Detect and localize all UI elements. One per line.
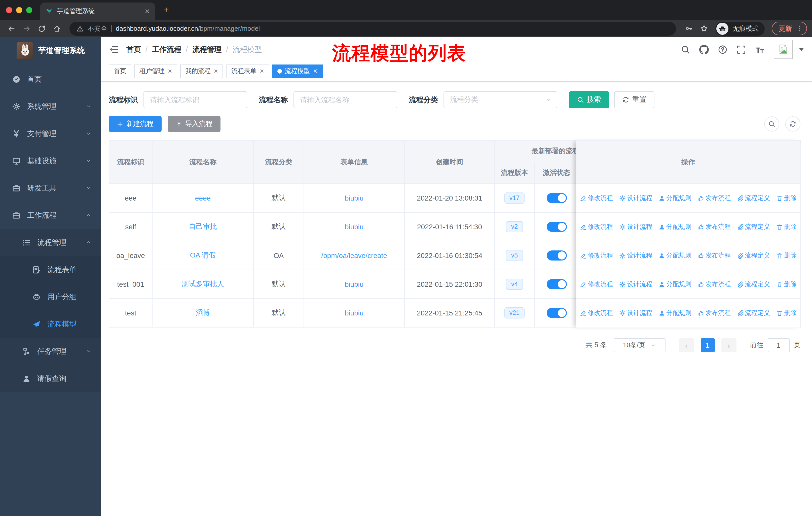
process-definition-button[interactable]: 流程定义 bbox=[737, 222, 770, 231]
close-window-button[interactable] bbox=[6, 7, 12, 13]
form-info-link[interactable]: biubiu bbox=[345, 194, 364, 202]
help-icon[interactable] bbox=[718, 45, 727, 54]
form-info-link[interactable]: biubiu bbox=[345, 280, 364, 288]
modify-process-button[interactable]: 修改流程 bbox=[580, 194, 613, 202]
goto-page-input[interactable] bbox=[767, 338, 790, 352]
close-tag-icon[interactable]: ✕ bbox=[168, 68, 172, 75]
fullscreen-icon[interactable] bbox=[736, 45, 746, 54]
publish-process-button[interactable]: 发布流程 bbox=[697, 309, 731, 318]
sidebar-item-user-group[interactable]: 用户分组 bbox=[0, 283, 101, 310]
delete-button[interactable]: 删除 bbox=[776, 251, 796, 260]
delete-button[interactable]: 删除 bbox=[776, 222, 796, 231]
modify-process-button[interactable]: 修改流程 bbox=[580, 309, 613, 318]
process-definition-button[interactable]: 流程定义 bbox=[737, 194, 770, 202]
active-status-toggle[interactable] bbox=[547, 250, 567, 261]
process-name-link[interactable]: OA 请假 bbox=[190, 251, 216, 259]
active-status-toggle[interactable] bbox=[547, 308, 567, 318]
delete-button[interactable]: 删除 bbox=[776, 280, 796, 289]
modify-process-button[interactable]: 修改流程 bbox=[580, 280, 613, 289]
github-icon[interactable] bbox=[699, 45, 709, 54]
tag-process-form[interactable]: 流程表单✕ bbox=[226, 64, 269, 78]
breadcrumb-workflow[interactable]: 工作流程 bbox=[152, 45, 181, 54]
process-name-link[interactable]: eeee bbox=[195, 194, 211, 202]
sidebar-item-dev-tools[interactable]: 研发工具 bbox=[0, 174, 101, 201]
current-page-button[interactable]: 1 bbox=[700, 338, 715, 352]
new-tab-button[interactable]: + bbox=[159, 3, 173, 17]
browser-menu-icon[interactable] bbox=[796, 25, 804, 32]
tag-tenant-management[interactable]: 租户管理✕ bbox=[135, 64, 177, 78]
back-icon[interactable] bbox=[5, 22, 18, 35]
sidebar-item-home[interactable]: 首页 bbox=[0, 65, 101, 93]
process-name-link[interactable]: 自己审批 bbox=[189, 222, 217, 230]
sidebar-item-task-management[interactable]: 任务管理 bbox=[0, 337, 101, 365]
delete-button[interactable]: 删除 bbox=[776, 194, 796, 202]
refresh-table-button[interactable] bbox=[785, 116, 801, 132]
sidebar-item-payment-management[interactable]: 支付管理 bbox=[0, 120, 101, 147]
search-icon[interactable] bbox=[680, 45, 690, 54]
publish-process-button[interactable]: 发布流程 bbox=[697, 222, 731, 231]
form-info-link[interactable]: biubiu bbox=[345, 309, 364, 317]
process-definition-button[interactable]: 流程定义 bbox=[737, 309, 770, 318]
prev-page-button[interactable]: ‹ bbox=[679, 338, 694, 352]
process-name-link[interactable]: 测试多审批人 bbox=[182, 280, 224, 288]
sidebar-item-process-management[interactable]: 流程管理 bbox=[0, 229, 101, 256]
sidebar-item-process-model[interactable]: 流程模型 bbox=[0, 310, 101, 337]
assign-rule-button[interactable]: 分配规则 bbox=[658, 251, 691, 260]
process-name-link[interactable]: 滔博 bbox=[196, 308, 210, 317]
process-definition-button[interactable]: 流程定义 bbox=[737, 280, 770, 289]
maximize-window-button[interactable] bbox=[26, 7, 32, 13]
design-process-button[interactable]: 设计流程 bbox=[619, 194, 652, 202]
publish-process-button[interactable]: 发布流程 bbox=[697, 194, 731, 202]
sidebar-item-infrastructure[interactable]: 基础设施 bbox=[0, 147, 101, 174]
publish-process-button[interactable]: 发布流程 bbox=[697, 251, 731, 260]
tag-my-process[interactable]: 我的流程✕ bbox=[180, 64, 223, 78]
create-process-button[interactable]: 新建流程 bbox=[109, 116, 162, 132]
browser-tab[interactable]: 芋道管理系统 ✕ bbox=[40, 2, 155, 20]
close-tag-icon[interactable]: ✕ bbox=[213, 68, 218, 75]
modify-process-button[interactable]: 修改流程 bbox=[580, 222, 613, 231]
design-process-button[interactable]: 设计流程 bbox=[619, 280, 652, 289]
close-tag-icon[interactable]: ✕ bbox=[260, 68, 264, 75]
breadcrumb-home[interactable]: 首页 bbox=[126, 45, 141, 54]
form-info-link[interactable]: biubiu bbox=[345, 223, 364, 231]
process-key-input[interactable] bbox=[143, 91, 247, 108]
modify-process-button[interactable]: 修改流程 bbox=[580, 251, 613, 260]
minimize-window-button[interactable] bbox=[16, 7, 22, 13]
url-bar[interactable]: 不安全 dashboard.yudao.iocoder.cn/bpm/manag… bbox=[69, 21, 676, 35]
search-button[interactable]: 搜索 bbox=[569, 91, 609, 108]
reset-button[interactable]: 重置 bbox=[614, 91, 655, 108]
close-tag-icon[interactable]: ✕ bbox=[313, 68, 317, 75]
process-category-select[interactable]: 流程分类 bbox=[443, 91, 557, 108]
active-status-toggle[interactable] bbox=[547, 222, 567, 232]
toggle-search-button[interactable] bbox=[764, 116, 779, 132]
assign-rule-button[interactable]: 分配规则 bbox=[658, 194, 691, 202]
sidebar-item-process-form[interactable]: 流程表单 bbox=[0, 256, 101, 283]
collapse-sidebar-icon[interactable] bbox=[109, 44, 119, 54]
assign-rule-button[interactable]: 分配规则 bbox=[658, 280, 691, 289]
assign-rule-button[interactable]: 分配规则 bbox=[658, 309, 691, 318]
assign-rule-button[interactable]: 分配规则 bbox=[658, 222, 691, 231]
publish-process-button[interactable]: 发布流程 bbox=[697, 280, 731, 289]
bookmark-star-icon[interactable] bbox=[697, 22, 710, 35]
avatar-caret-icon[interactable] bbox=[799, 48, 804, 51]
font-size-icon[interactable] bbox=[755, 45, 765, 54]
next-page-button[interactable]: › bbox=[721, 338, 736, 352]
password-key-icon[interactable] bbox=[682, 22, 695, 35]
design-process-button[interactable]: 设计流程 bbox=[619, 251, 652, 260]
design-process-button[interactable]: 设计流程 bbox=[619, 309, 652, 318]
process-name-input[interactable] bbox=[293, 91, 397, 108]
tag-home[interactable]: 首页 bbox=[109, 64, 132, 78]
tag-process-model[interactable]: 流程模型✕ bbox=[272, 64, 322, 78]
delete-button[interactable]: 删除 bbox=[776, 309, 796, 318]
process-definition-button[interactable]: 流程定义 bbox=[737, 251, 770, 260]
breadcrumb-process-management[interactable]: 流程管理 bbox=[192, 45, 222, 54]
sidebar-item-leave-query[interactable]: 请假查询 bbox=[0, 365, 101, 392]
user-avatar[interactable] bbox=[774, 40, 793, 59]
reload-icon[interactable] bbox=[35, 22, 48, 35]
active-status-toggle[interactable] bbox=[547, 193, 567, 203]
home-icon[interactable] bbox=[50, 22, 63, 35]
app-logo[interactable]: 芋道管理系统 bbox=[0, 37, 101, 63]
page-size-select[interactable]: 10条/页 bbox=[613, 338, 665, 352]
close-tab-icon[interactable]: ✕ bbox=[144, 7, 150, 15]
import-process-button[interactable]: 导入流程 bbox=[168, 116, 221, 132]
